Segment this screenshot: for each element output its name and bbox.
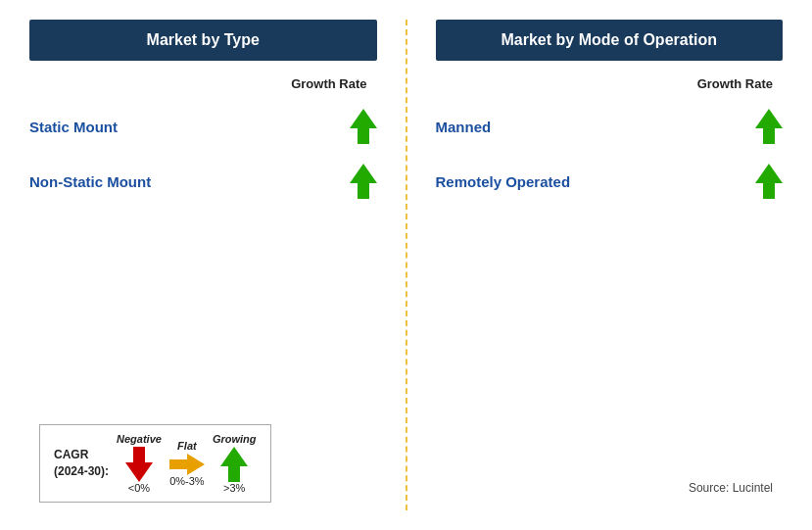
non-static-mount-growth-arrow-up-icon <box>350 164 377 199</box>
left-growth-rate-label: Growth Rate <box>29 76 377 91</box>
right-item-1-label: Manned <box>436 119 492 135</box>
legend-growing-range: >3% <box>223 482 245 494</box>
legend-negative-range: <0% <box>128 482 150 494</box>
left-panel-title: Market by Type <box>29 20 377 61</box>
legend-flat-range: 0%-3% <box>169 475 204 487</box>
legend-flat-label: Flat <box>177 440 197 452</box>
legend-negative-label: Negative <box>117 433 162 445</box>
right-item-1: Manned <box>436 109 784 144</box>
legend-negative-item: Negative <0% <box>117 433 162 494</box>
left-item-2: Non-Static Mount <box>29 164 377 199</box>
right-item-2: Remotely Operated <box>436 164 784 199</box>
legend-cagr-label: CAGR(2024-30): <box>54 447 109 480</box>
right-panel-title: Market by Mode of Operation <box>436 20 784 61</box>
legend-growing-item: Growing >3% <box>213 433 257 494</box>
main-container: Market by Type Growth Rate Static Mount … <box>0 0 812 530</box>
legend-flat-item: Flat 0%-3% <box>169 440 205 487</box>
static-mount-growth-arrow-up-icon <box>350 109 377 144</box>
negative-arrow-down-icon <box>125 447 153 482</box>
left-item-1: Static Mount <box>29 109 377 144</box>
right-growth-rate-label: Growth Rate <box>436 76 784 91</box>
legend-box: CAGR(2024-30): Negative <0% Flat 0%-3% G… <box>39 424 271 503</box>
right-item-2-label: Remotely Operated <box>436 173 571 190</box>
legend-growing-label: Growing <box>213 433 257 445</box>
growing-arrow-up-icon <box>220 447 248 482</box>
left-item-1-label: Static Mount <box>29 119 118 135</box>
source-label: Source: Lucintel <box>689 481 773 495</box>
left-item-2-label: Non-Static Mount <box>29 173 151 190</box>
remotely-operated-growth-arrow-up-icon <box>755 164 783 199</box>
manned-growth-arrow-up-icon <box>755 109 783 144</box>
right-panel: Market by Mode of Operation Growth Rate … <box>406 0 813 530</box>
flat-arrow-right-icon <box>169 454 205 475</box>
